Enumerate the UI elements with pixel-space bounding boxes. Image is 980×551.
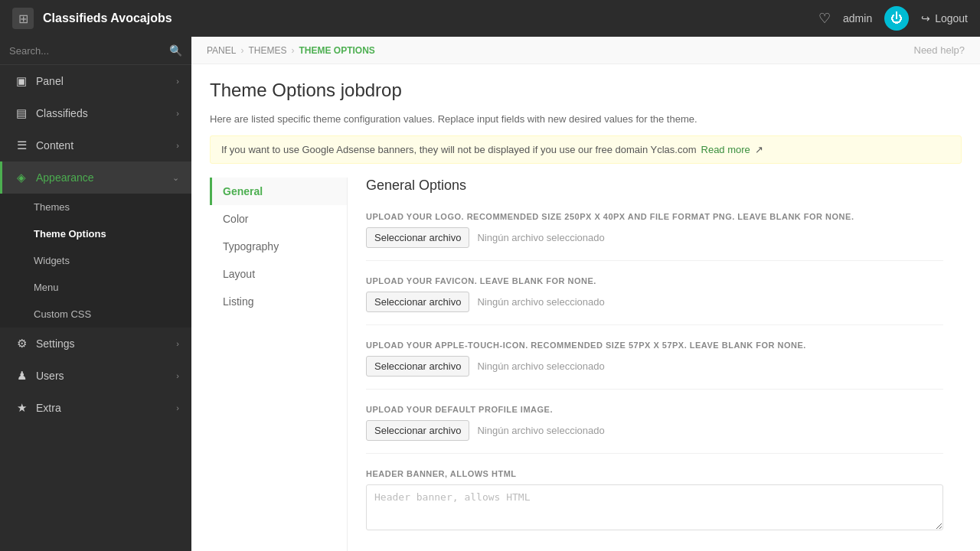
label-favicon: UPLOAD YOUR FAVICON. LEAVE BLANK FOR NON… (366, 276, 943, 285)
sidebar-item-themes[interactable]: Themes (0, 194, 191, 220)
breadcrumb-sep-2: › (291, 45, 294, 56)
nav-typography[interactable]: Typography (210, 233, 347, 260)
page-description: Here are listed specific theme configura… (210, 113, 962, 125)
section-title: General Options (366, 178, 943, 200)
breadcrumb-current: THEME OPTIONS (299, 45, 374, 56)
options-nav: General Color Typography Layout Listing (210, 178, 348, 551)
chevron-right-icon: › (176, 109, 179, 118)
panel-icon: ▣ (15, 74, 28, 88)
sidebar-item-theme-options[interactable]: Theme Options (0, 220, 191, 247)
content-area: PANEL › THEMES › THEME OPTIONS Need help… (191, 37, 980, 551)
options-body: General Options UPLOAD YOUR LOGO. RECOMM… (348, 178, 962, 551)
power-icon[interactable]: ⏻ (884, 6, 909, 31)
field-logo: UPLOAD YOUR LOGO. RECOMMENDED SIZE 250PX… (366, 212, 943, 261)
users-icon: ♟ (15, 369, 28, 383)
sidebar-item-panel[interactable]: ▣ Panel › (0, 65, 191, 97)
nav-general[interactable]: General (210, 178, 347, 205)
label-apple-touch: UPLOAD YOUR APPLE-TOUCH-ICON. RECOMMENDE… (366, 341, 943, 350)
select-file-profile-image[interactable]: Seleccionar archivo (366, 420, 469, 441)
sidebar-label-appearance: Appearance (36, 171, 94, 184)
external-link-icon: ↗ (755, 144, 763, 155)
appearance-submenu: Themes Theme Options Widgets Menu Custom… (0, 194, 191, 328)
search-icon: 🔍 (169, 44, 182, 57)
alert-banner: If you want to use Google Adsense banner… (210, 135, 962, 164)
nav-color[interactable]: Color (210, 205, 347, 233)
select-file-favicon[interactable]: Seleccionar archivo (366, 292, 469, 312)
main-layout: 🔍 ▣ Panel › ▤ Classifieds › ☰ Content › (0, 37, 980, 551)
heart-icon[interactable]: ♡ (818, 10, 831, 27)
nav-listing[interactable]: Listing (210, 288, 347, 315)
nav-layout[interactable]: Layout (210, 260, 347, 288)
sidebar-label-extra: Extra (36, 402, 61, 414)
topbar: ⊞ Classifieds Avocajobs ♡ admin ⏻ ↪ Logo… (0, 0, 980, 37)
sidebar-item-settings[interactable]: ⚙ Settings › (0, 328, 191, 360)
field-profile-image: UPLOAD YOUR DEFAULT PROFILE IMAGE. Selec… (366, 405, 943, 454)
sidebar-label-classifieds: Classifieds (36, 107, 88, 119)
app-title: Classifieds Avocajobs (43, 11, 809, 25)
app-logo-icon: ⊞ (12, 8, 34, 29)
sidebar: 🔍 ▣ Panel › ▤ Classifieds › ☰ Content › (0, 37, 191, 551)
sidebar-item-custom-css[interactable]: Custom CSS (0, 301, 191, 328)
sidebar-search-bar[interactable]: 🔍 (0, 37, 191, 65)
settings-icon: ⚙ (15, 337, 28, 350)
breadcrumb-panel[interactable]: PANEL (207, 45, 236, 56)
chevron-down-icon: ⌄ (172, 173, 179, 183)
classifieds-icon: ▤ (15, 106, 28, 120)
page-title: Theme Options jobdrop (210, 80, 962, 101)
label-logo: UPLOAD YOUR LOGO. RECOMMENDED SIZE 250PX… (366, 212, 943, 221)
breadcrumb: PANEL › THEMES › THEME OPTIONS Need help… (191, 37, 980, 64)
page-content: Theme Options jobdrop Here are listed sp… (191, 64, 980, 551)
select-file-apple-touch[interactable]: Seleccionar archivo (366, 356, 469, 377)
chevron-right-icon: › (176, 371, 179, 380)
alert-text: If you want to use Google Adsense banner… (221, 144, 697, 155)
sidebar-label-users: Users (36, 370, 64, 382)
logout-button[interactable]: ↪ Logout (921, 12, 968, 24)
sidebar-label-panel: Panel (36, 75, 64, 87)
chevron-right-icon: › (176, 339, 179, 348)
no-file-logo: Ningún archivo seleccionado (477, 232, 604, 243)
sidebar-item-widgets[interactable]: Widgets (0, 247, 191, 274)
sidebar-item-extra[interactable]: ★ Extra › (0, 392, 191, 424)
sidebar-item-content[interactable]: ☰ Content › (0, 129, 191, 161)
field-favicon: UPLOAD YOUR FAVICON. LEAVE BLANK FOR NON… (366, 276, 943, 325)
breadcrumb-sep-1: › (240, 45, 243, 56)
chevron-right-icon: › (176, 77, 179, 86)
label-header-banner: HEADER BANNER, ALLOWS HTML (366, 469, 943, 478)
no-file-apple-touch: Ningún archivo seleccionado (477, 360, 604, 372)
sidebar-item-appearance[interactable]: ◈ Appearance ⌄ (0, 161, 191, 194)
breadcrumb-themes[interactable]: THEMES (248, 45, 286, 56)
header-banner-input[interactable] (366, 484, 943, 530)
no-file-favicon: Ningún archivo seleccionado (477, 296, 604, 308)
content-icon: ☰ (15, 139, 28, 152)
select-file-logo[interactable]: Seleccionar archivo (366, 227, 469, 248)
chevron-right-icon: › (176, 141, 179, 150)
field-header-banner: HEADER BANNER, ALLOWS HTML (366, 469, 943, 545)
read-more-link[interactable]: Read more (701, 144, 750, 155)
label-profile-image: UPLOAD YOUR DEFAULT PROFILE IMAGE. (366, 405, 943, 414)
sidebar-item-menu[interactable]: Menu (0, 274, 191, 301)
search-input[interactable] (9, 45, 163, 57)
appearance-icon: ◈ (15, 171, 28, 184)
field-apple-touch: UPLOAD YOUR APPLE-TOUCH-ICON. RECOMMENDE… (366, 341, 943, 390)
sidebar-item-users[interactable]: ♟ Users › (0, 360, 191, 392)
chevron-right-icon: › (176, 403, 179, 412)
topbar-right: ♡ admin ⏻ ↪ Logout (818, 6, 968, 31)
need-help-link[interactable]: Need help? (914, 44, 965, 56)
extra-icon: ★ (15, 401, 28, 415)
no-file-profile-image: Ningún archivo seleccionado (477, 425, 604, 436)
admin-label: admin (843, 12, 872, 24)
logout-label: Logout (935, 12, 968, 24)
logout-icon: ↪ (921, 12, 930, 24)
sidebar-label-content: Content (36, 139, 74, 152)
sidebar-label-settings: Settings (36, 337, 75, 350)
sidebar-item-classifieds[interactable]: ▤ Classifieds › (0, 97, 191, 129)
options-layout: General Color Typography Layout Listing … (210, 178, 962, 551)
